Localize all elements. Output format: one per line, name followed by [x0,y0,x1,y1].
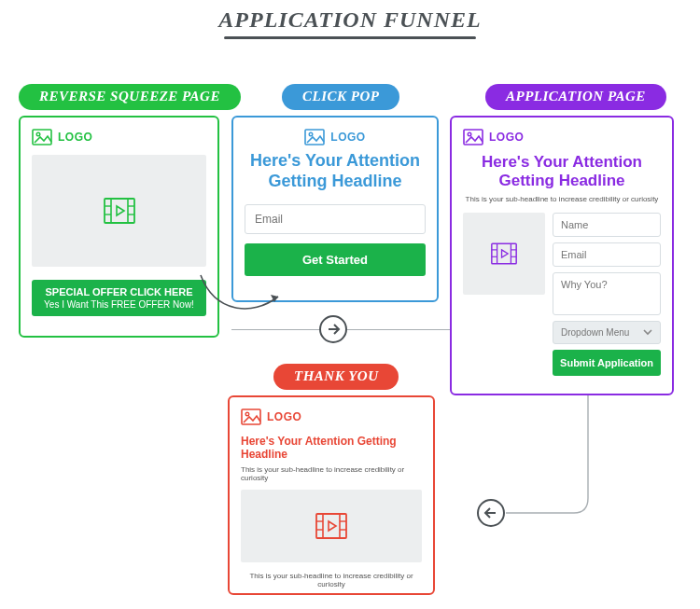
headline: Here's Your Attention Getting Headline [463,153,661,191]
card-application: LOGO Here's Your Attention Getting Headl… [450,116,674,395]
video-placeholder [463,213,545,295]
video-placeholder [241,490,422,562]
logo-row: LOGO [463,129,661,145]
logo-row: LOGO [32,129,206,145]
footer-text: This is your sub-headline to increase cr… [241,572,422,588]
dropdown-menu[interactable]: Dropdown Menu [553,321,661,344]
logo-row: LOGO [245,129,426,145]
email-field[interactable] [553,242,661,267]
headline: Here's Your Attention Getting Headline [241,435,422,462]
chevron-down-icon [643,327,652,337]
video-icon [315,513,347,539]
pill-click-pop: CLICK POP [282,84,399,110]
why-field[interactable] [553,272,661,315]
logo-text: LOGO [330,131,365,144]
dropdown-label: Dropdown Menu [561,327,629,338]
cta-line1: SPECIAL OFFER CLICK HERE [35,285,203,298]
title-underline [224,36,476,39]
pill-application-page: APPLICATION PAGE [485,84,666,110]
title-text: APPLICATION FUNNEL [0,7,700,33]
cta-line2: Yes I Want This FREE OFFER Now! [35,298,203,311]
logo-text: LOGO [267,410,301,423]
logo-text: LOGO [58,131,92,144]
connector-application-to-thankyou [504,395,597,517]
subheadline: This is your sub-headline to increase cr… [241,465,422,482]
video-placeholder [32,155,206,267]
image-icon [241,408,261,425]
page-title: APPLICATION FUNNEL [0,7,700,39]
email-field[interactable] [245,204,426,234]
pill-reverse-squeeze: REVERSE SQUEEZE PAGE [19,84,241,110]
subheadline: This is your sub-headline to increase cr… [463,195,661,203]
video-icon [104,198,135,224]
card-reverse-squeeze: LOGO SPECIAL OFFER CLICK HERE Yes I Want… [19,116,219,338]
logo-row: LOGO [241,408,422,425]
arrow-left-icon [477,499,505,527]
headline: Here's Your Attention Getting Headline [245,151,426,191]
name-field[interactable] [553,213,661,237]
image-icon [304,129,325,145]
logo-text: LOGO [489,131,524,144]
special-offer-button[interactable]: SPECIAL OFFER CLICK HERE Yes I Want This… [32,280,206,316]
card-thank-you: LOGO Here's Your Attention Getting Headl… [228,395,435,595]
image-icon [32,129,52,145]
pill-thank-you: THANK YOU [273,364,399,390]
image-icon [463,129,483,145]
submit-application-button[interactable]: Submit Application [553,350,661,376]
video-icon [491,242,517,265]
connector-squeeze-to-clickpop [196,270,289,326]
arrow-right-icon [319,315,347,343]
